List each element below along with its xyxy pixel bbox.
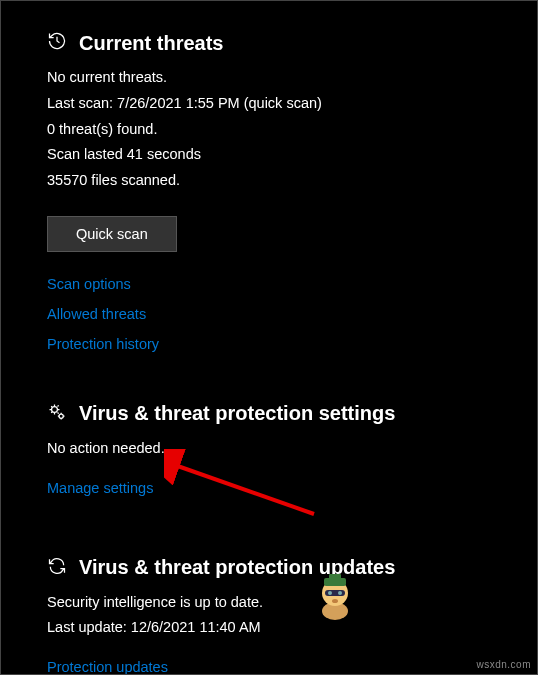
last-update-text: Last update: 12/6/2021 11:40 AM <box>47 617 537 639</box>
protection-settings-title: Virus & threat protection settings <box>79 402 395 425</box>
svg-rect-7 <box>329 574 341 580</box>
last-scan-text: Last scan: 7/26/2021 1:55 PM (quick scan… <box>47 93 537 115</box>
quick-scan-button[interactable]: Quick scan <box>47 216 177 252</box>
watermark-text: wsxdn.com <box>476 659 531 670</box>
updates-status: Security intelligence is up to date. <box>47 592 537 614</box>
protection-settings-section: Virus & threat protection settings No ac… <box>47 402 537 496</box>
threats-status: No current threats. <box>47 67 537 89</box>
svg-point-0 <box>52 406 58 412</box>
current-threats-title: Current threats <box>79 32 223 55</box>
protection-updates-header: Virus & threat protection updates <box>47 556 537 580</box>
svg-point-11 <box>332 599 338 603</box>
mascot-icon <box>314 573 356 621</box>
svg-point-1 <box>59 414 63 418</box>
current-threats-header: Current threats <box>47 31 537 55</box>
protection-updates-section: Virus & threat protection updates Securi… <box>47 556 537 676</box>
protection-history-link[interactable]: Protection history <box>47 336 159 352</box>
allowed-threats-link[interactable]: Allowed threats <box>47 306 146 322</box>
svg-point-10 <box>338 591 342 595</box>
protection-settings-header: Virus & threat protection settings <box>47 402 537 426</box>
scan-options-link[interactable]: Scan options <box>47 276 131 292</box>
scan-duration-text: Scan lasted 41 seconds <box>47 144 537 166</box>
refresh-icon <box>47 556 67 580</box>
threats-found-text: 0 threat(s) found. <box>47 119 537 141</box>
manage-settings-link[interactable]: Manage settings <box>47 480 153 496</box>
settings-status: No action needed. <box>47 438 537 460</box>
protection-updates-link[interactable]: Protection updates <box>47 659 168 675</box>
gear-icon <box>47 402 67 426</box>
current-threats-section: Current threats No current threats. Last… <box>47 31 537 352</box>
svg-point-9 <box>328 591 332 595</box>
files-scanned-text: 35570 files scanned. <box>47 170 537 192</box>
history-icon <box>47 31 67 55</box>
